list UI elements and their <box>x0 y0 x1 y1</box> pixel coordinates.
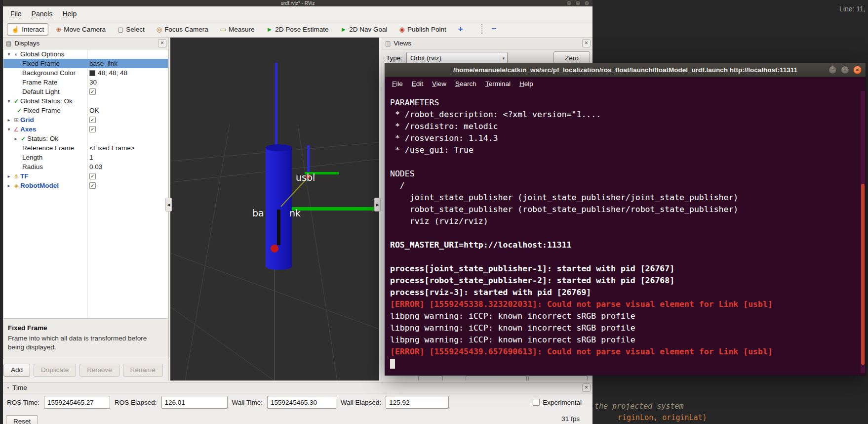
rviz-titlebar[interactable]: urdf.rviz* - RViz − + × <box>3 0 592 6</box>
tree-row-reference-frame[interactable]: Reference Frame <Fixed Frame> <box>3 143 168 153</box>
tree-row-fixed-frame-status[interactable]: ✓ Fixed Frame OK <box>3 106 168 115</box>
expander-closed-icon[interactable]: ▸ <box>5 173 12 179</box>
tree-row-axes-status[interactable]: ▸ ✓ Status: Ok <box>3 134 168 143</box>
expander-closed-icon[interactable]: ▸ <box>12 136 19 141</box>
length-value[interactable]: 1 <box>89 154 93 161</box>
menu-file[interactable]: File <box>6 7 26 20</box>
close-icon[interactable]: × <box>158 39 166 47</box>
tf-checkbox[interactable]: ✓ <box>89 173 96 179</box>
wall-elapsed-label: Wall Elapsed: <box>341 399 381 406</box>
minimize-icon[interactable]: − <box>566 0 572 6</box>
expander-closed-icon[interactable]: ▸ <box>5 183 12 188</box>
terminal-window: /home/emanuele/catkin_ws/src/pf_localiza… <box>385 63 866 376</box>
fixed-frame-value[interactable]: base_link <box>89 60 118 67</box>
nav-goal-tool-button[interactable]: ► 2D Nav Goal <box>336 23 392 36</box>
frame-rate-value[interactable]: 30 <box>89 79 97 86</box>
rename-button[interactable]: Rename <box>123 364 163 377</box>
terminal-titlebar[interactable]: /home/emanuele/catkin_ws/src/pf_localiza… <box>385 63 866 77</box>
background-color-value[interactable]: 48; 48; 48 <box>98 69 127 77</box>
wall-time-input[interactable] <box>267 396 336 409</box>
close-icon[interactable]: × <box>584 0 590 6</box>
views-button-partial[interactable] <box>466 376 527 381</box>
ros-time-input[interactable] <box>44 396 110 409</box>
collapse-left-panel-handle[interactable]: ◀ <box>165 198 172 212</box>
duplicate-button[interactable]: Duplicate <box>34 364 76 377</box>
tree-row-fixed-frame[interactable]: Fixed Frame base_link <box>3 59 168 68</box>
select-tool-button[interactable]: ▢ Select <box>113 23 149 36</box>
displays-panel-header[interactable]: ▤ Displays × <box>3 38 168 49</box>
terminal-output[interactable]: PARAMETERS * /robot_description: <?xml v… <box>385 90 860 375</box>
tree-row-frame-rate[interactable]: Frame Rate 30 <box>3 78 168 87</box>
collapse-right-panel-handle[interactable]: ▶ <box>374 198 381 212</box>
tree-row-grid[interactable]: ▸ ⊞ Grid ✓ <box>3 115 168 125</box>
close-icon[interactable]: × <box>853 66 862 74</box>
fixed-frame-status-value: OK <box>89 107 99 114</box>
menu-help[interactable]: Help <box>58 7 81 20</box>
ros-elapsed-input[interactable] <box>161 396 228 409</box>
axes-checkbox[interactable]: ✓ <box>89 126 96 132</box>
tree-row-axes[interactable]: ▾ ∠ Axes ✓ <box>3 125 168 134</box>
pose-estimate-tool-button[interactable]: ► 2D Pose Estimate <box>262 23 333 36</box>
minimize-icon[interactable]: − <box>829 66 837 74</box>
default-light-checkbox[interactable]: ✓ <box>89 88 96 95</box>
terminal-menu-help[interactable]: Help <box>515 78 537 89</box>
tree-row-default-light[interactable]: Default Light ✓ <box>3 87 168 96</box>
terminal-line: libpng warning: iCCP: known incorrect sR… <box>390 310 855 322</box>
tree-row-tf[interactable]: ▸ ⋔ TF ✓ <box>3 171 168 181</box>
tree-row-robot-model[interactable]: ▸ ◈ RobotModel ✓ <box>3 181 168 190</box>
terminal-line: NODES <box>390 168 855 180</box>
measure-ruler-icon: ▭ <box>220 26 226 33</box>
maximize-icon[interactable]: + <box>841 66 849 74</box>
check-icon: ✓ <box>90 89 94 94</box>
terminal-menu-search[interactable]: Search <box>451 78 480 89</box>
expander-open-icon[interactable]: ▾ <box>5 98 12 104</box>
time-panel-header[interactable]: ◔ Time × <box>3 382 592 393</box>
terminal-menu-view[interactable]: View <box>428 78 450 89</box>
measure-tool-button[interactable]: ▭ Measure <box>216 23 259 36</box>
publish-point-tool-button[interactable]: ◉ Publish Point <box>395 23 451 36</box>
3d-scene-canvas[interactable] <box>170 38 379 381</box>
reset-button[interactable]: Reset <box>6 415 38 424</box>
remove-tool-button[interactable]: − <box>487 23 501 36</box>
experimental-checkbox[interactable] <box>533 399 540 406</box>
tree-row-global-options[interactable]: ▾ ◐ Global Options <box>3 49 168 59</box>
ros-time-label: ROS Time: <box>7 399 39 406</box>
close-icon[interactable]: × <box>582 39 591 47</box>
robot-model-checkbox[interactable]: ✓ <box>89 182 96 189</box>
3d-viewport[interactable]: usbl ba nk <box>170 38 379 381</box>
interact-tool-button[interactable]: ☝ Interact <box>7 23 48 36</box>
expander-open-icon[interactable]: ▾ <box>5 127 12 132</box>
views-button-partial[interactable] <box>528 376 588 381</box>
reference-frame-value[interactable]: <Fixed Frame> <box>89 144 135 152</box>
maximize-icon[interactable]: + <box>575 0 581 6</box>
remove-button[interactable]: Remove <box>79 364 119 377</box>
menu-panels[interactable]: Panels <box>27 7 57 20</box>
focus-camera-tool-button[interactable]: ◎ Focus Camera <box>152 23 213 36</box>
tree-row-global-status[interactable]: ▾ ✓ Global Status: Ok <box>3 96 168 106</box>
color-swatch[interactable] <box>89 70 95 76</box>
terminal-scrollbar[interactable] <box>861 91 865 373</box>
radius-value[interactable]: 0.03 <box>89 163 102 170</box>
add-tool-button[interactable]: + <box>454 23 468 36</box>
grid-checkbox[interactable]: ✓ <box>89 117 96 123</box>
tree-row-length[interactable]: Length 1 <box>3 153 168 162</box>
toolbar-drag-handle[interactable] <box>481 24 484 34</box>
move-camera-tool-button[interactable]: ⊕ Move Camera <box>51 23 110 36</box>
expander-open-icon[interactable]: ▾ <box>5 51 12 57</box>
views-panel-header[interactable]: ◫ Views × <box>382 38 592 49</box>
tree-row-radius[interactable]: Radius 0.03 <box>3 162 168 171</box>
views-button-partial[interactable] <box>418 376 443 381</box>
property-help-box: Fixed Frame Frame into which all data is… <box>3 320 168 359</box>
terminal-error-line: [ERROR] [1559245338.323202031]: Could no… <box>390 298 855 310</box>
terminal-menu-file[interactable]: File <box>388 78 407 89</box>
terminal-menu-edit[interactable]: Edit <box>408 78 427 89</box>
terminal-scrollbar-thumb[interactable] <box>861 184 865 364</box>
close-icon[interactable]: × <box>582 383 591 392</box>
wall-elapsed-input[interactable] <box>386 396 449 409</box>
expander-closed-icon[interactable]: ▸ <box>5 117 12 123</box>
terminal-menu-terminal[interactable]: Terminal <box>481 78 514 89</box>
ros-elapsed-label: ROS Elapsed: <box>115 399 157 406</box>
tree-row-background-color[interactable]: Background Color 48; 48; 48 <box>3 68 168 78</box>
add-button[interactable]: Add <box>3 364 30 377</box>
nav-goal-label: 2D Nav Goal <box>349 26 387 33</box>
